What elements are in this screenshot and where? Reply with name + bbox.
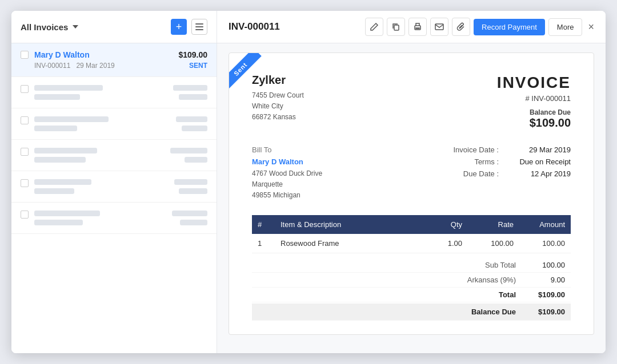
- skeleton-row: [34, 94, 207, 100]
- due-date-label: Due Date :: [463, 169, 499, 178]
- invoice-paper: Sent Zylker 7455 Drew Court White City 6…: [229, 52, 594, 335]
- menu-line-2: [195, 26, 203, 27]
- company-addr-line2: White City: [252, 102, 283, 110]
- balance-due-amount: $109.00: [497, 116, 571, 130]
- tax-label: Arkansas (9%): [456, 276, 525, 284]
- add-invoice-button[interactable]: +: [171, 19, 187, 35]
- list-item[interactable]: [11, 171, 217, 203]
- company-addr-line3: 66872 Kansas: [252, 113, 296, 121]
- skeleton-bar: [179, 188, 207, 194]
- invoice-number: INV-000011: [34, 62, 70, 70]
- invoice-checkbox[interactable]: [21, 148, 29, 156]
- balance-due-total-label: Balance Due: [456, 308, 525, 316]
- invoice-table: # Item & Description Qty Rate Amount 1 R…: [252, 215, 571, 253]
- skeleton-row: [34, 211, 207, 216]
- attachment-icon: [456, 22, 466, 31]
- title-group[interactable]: All Invoices: [21, 22, 78, 32]
- skeleton-bar: [176, 116, 207, 122]
- list-item[interactable]: [11, 77, 217, 108]
- close-button[interactable]: ×: [588, 21, 594, 33]
- right-panel: INV-000011: [217, 11, 606, 353]
- invoice-checkbox[interactable]: [21, 85, 29, 93]
- col-amount: Amount: [519, 215, 571, 234]
- sent-ribbon: Sent: [229, 53, 275, 99]
- invoice-checkbox[interactable]: [21, 116, 29, 124]
- record-payment-button[interactable]: Record Payment: [474, 19, 545, 35]
- left-header: All Invoices +: [11, 11, 217, 43]
- invoice-status-badge: SENT: [189, 62, 207, 70]
- list-item[interactable]: [11, 140, 217, 171]
- invoice-date: 29 Mar 2019: [76, 62, 114, 70]
- invoice-date-label: Invoice Date :: [454, 145, 499, 154]
- print-icon: [413, 22, 422, 31]
- tax-value: 9.00: [525, 276, 565, 284]
- svg-rect-2: [416, 28, 419, 29]
- copy-button[interactable]: [387, 18, 405, 36]
- skeleton-row: [34, 220, 207, 225]
- due-date-value: 12 Apr 2019: [508, 169, 571, 178]
- table-header-row: # Item & Description Qty Rate Amount: [252, 215, 571, 234]
- right-header: INV-000011: [217, 11, 606, 43]
- skeleton-row: [34, 179, 207, 185]
- invoice-checkbox[interactable]: [21, 211, 29, 219]
- skeleton-bar: [34, 211, 100, 216]
- skeleton-bar: [34, 116, 109, 122]
- print-button[interactable]: [408, 18, 427, 36]
- skeleton-bar: [170, 148, 207, 153]
- balance-due-total-value: $109.00: [525, 308, 565, 316]
- invoice-checkbox[interactable]: [21, 51, 29, 59]
- skeleton-row: [34, 188, 207, 194]
- chevron-down-icon[interactable]: [73, 25, 78, 29]
- invoice-item-row2: INV-000011 29 Mar 2019 SENT: [21, 62, 207, 70]
- total-value: $109.00: [525, 290, 565, 299]
- skeleton-row: [34, 85, 207, 91]
- skeleton-row: [34, 116, 207, 122]
- svg-rect-0: [394, 25, 399, 30]
- client-address: 4767 Wood Duck Drive Marquette 49855 Mic…: [252, 168, 322, 201]
- skeleton-bar: [34, 188, 74, 194]
- row-qty: 1.00: [422, 234, 468, 253]
- row-num: 1: [252, 234, 275, 253]
- skeleton-bar: [182, 126, 207, 131]
- terms-value: Due on Receipt: [508, 157, 571, 166]
- skeleton-content: [34, 148, 207, 163]
- total-label: Total: [456, 290, 525, 299]
- table-row: 1 Rosewood Frame 1.00 100.00 100.00: [252, 234, 571, 253]
- sub-total-label: Sub Total: [456, 261, 525, 269]
- sub-total-value: 100.00: [525, 261, 565, 269]
- edit-button[interactable]: [365, 18, 383, 36]
- balance-due-label: Balance Due: [497, 108, 571, 116]
- attachment-button[interactable]: [452, 18, 470, 36]
- invoice-meta: Invoice Date : 29 Mar 2019 Terms : Due o…: [454, 145, 571, 201]
- meta-due-date: Due Date : 12 Apr 2019: [454, 169, 571, 178]
- client-addr-line1: 4767 Wood Duck Drive: [252, 169, 322, 177]
- skeleton-row: [34, 148, 207, 153]
- client-addr-line2: Marquette: [252, 180, 283, 188]
- list-item[interactable]: [11, 203, 217, 234]
- sent-ribbon-label: Sent: [229, 53, 262, 90]
- row-amount: 100.00: [519, 234, 571, 253]
- invoice-checkbox[interactable]: [21, 179, 29, 187]
- sub-total-row: Sub Total 100.00: [252, 258, 571, 273]
- skeleton-bar: [34, 148, 97, 153]
- invoice-amount: $109.00: [178, 50, 207, 59]
- skeleton-content: [34, 211, 207, 225]
- more-button[interactable]: More: [548, 18, 583, 36]
- col-qty: Qty: [422, 215, 468, 234]
- meta-terms: Terms : Due on Receipt: [454, 157, 571, 166]
- invoice-list-item-active[interactable]: Mary D Walton $109.00 INV-000011 29 Mar …: [11, 43, 217, 77]
- col-description: Item & Description: [275, 215, 422, 234]
- tax-row: Arkansas (9%) 9.00: [252, 273, 571, 288]
- row-description: Rosewood Frame: [275, 234, 422, 253]
- menu-button[interactable]: [191, 19, 207, 35]
- skeleton-row: [34, 157, 207, 163]
- invoice-content: Sent Zylker 7455 Drew Court White City 6…: [217, 43, 606, 353]
- skeleton-content: [34, 179, 207, 194]
- bill-to-label: Bill To: [252, 145, 322, 154]
- skeleton-bar: [180, 220, 207, 225]
- invoice-date-value: 29 Mar 2019: [508, 145, 571, 154]
- skeleton-content: [34, 85, 207, 100]
- email-button[interactable]: [430, 18, 448, 36]
- skeleton-bar: [34, 157, 86, 163]
- list-item[interactable]: [11, 108, 217, 140]
